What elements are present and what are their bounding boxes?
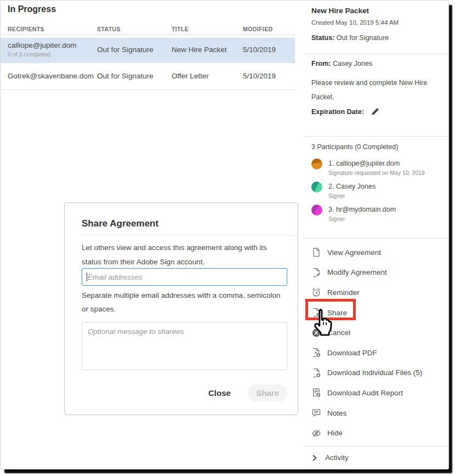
status-cell: Out for Signature [97,46,153,54]
share-agreement-dialog: Share Agreement Let others view and acce… [64,202,298,415]
cancel-circle-icon [311,328,321,338]
close-button[interactable]: Close [208,388,231,398]
participant-name: 1. calliope@jupiter.dom [328,160,400,167]
participant-avatar [311,182,322,192]
menu-item-download-pdf[interactable]: Download PDF [311,343,449,363]
pdf-download-icon [311,348,321,358]
menu-item-notes[interactable]: Notes [311,403,449,423]
participant-avatar [311,158,322,169]
divider [305,54,448,54]
status-label: Status: [311,34,334,42]
participant-avatar [311,205,322,216]
agreement-detail-panel: New Hire Packet Created May 10, 2019 5:4… [305,1,449,469]
participant-status: Signature requested on May 10, 2019 [328,169,425,176]
app-window: In Progress RECIPIENTS STATUS TITLE MODI… [0,0,449,469]
participant-name: 3. hr@mydomain.dom [328,206,396,213]
column-header-modified: MODIFIED [243,26,273,32]
dialog-title-divider [82,235,298,236]
status-line: Status: Out for Signature [311,34,389,42]
email-addresses-input[interactable] [82,268,287,286]
dialog-title: Share Agreement [82,218,158,229]
divider [305,136,448,137]
menu-item-cancel[interactable]: Cancel [311,322,449,343]
recipient-cell: calliope@jupiter.dom [8,41,77,49]
file-download-icon [311,368,321,378]
text-cursor [87,273,87,281]
table-row-selected[interactable]: calliope@jupiter.dom 0 of 3 completed Ou… [1,38,295,63]
menu-item-download-individual-files[interactable]: Download Individual Files (5) [311,363,449,383]
activity-label: Activity [325,454,349,462]
pencil-icon[interactable] [371,107,380,116]
menu-item-modify-agreement[interactable]: Modify Agreement [311,263,449,283]
table-row[interactable]: Gotrek@skavenbane.dom Out for Signature … [1,63,295,90]
dialog-description: Let others view and access this agreemen… [82,241,286,269]
from-line: From: Casey Jones [311,60,372,67]
eye-off-icon [311,428,321,438]
agreement-title: New Hire Packet [311,7,369,15]
table-header-row: RECIPIENTS STATUS TITLE MODIFIED [1,25,295,35]
column-header-recipients: RECIPIENTS [8,26,44,32]
column-header-title: TITLE [172,26,189,32]
activity-expander[interactable]: Activity [311,454,349,462]
participant-role: Signer [328,192,345,199]
completion-status: 0 of 3 completed [8,51,50,58]
email-field-wrap [82,268,287,286]
recipient-cell: Gotrek@skavenbane.dom [8,72,94,80]
participant-role: Signer [328,216,345,222]
document-edit-icon [311,268,321,277]
email-help-text: Separate multiple email addresses with a… [82,288,283,316]
page-title: In Progress [8,4,56,14]
menu-item-share[interactable]: Share [311,303,449,323]
title-cell: New Hire Packet [172,46,227,54]
chevron-right-icon [311,454,318,462]
created-timestamp: Created May 10, 2019 5:44 AM [311,19,399,26]
share-button-disabled[interactable]: Share [248,384,287,401]
document-add-icon [311,308,321,318]
from-value: Casey Jones [333,60,372,67]
modified-cell: 5/10/2019 [243,72,276,80]
status-cell: Out for Signature [97,72,153,80]
participants-heading: 3 Participants (0 Completed) [311,143,398,151]
report-download-icon [311,388,321,398]
alarm-clock-icon [311,287,321,297]
agreement-message: Please review and complete New Hire Pack… [311,76,439,104]
expiration-label: Expiration Date: [311,108,364,116]
menu-item-view-agreement[interactable]: View Agreement [311,242,449,263]
optional-message-textarea[interactable] [82,322,287,370]
menu-item-hide[interactable]: Hide [311,423,449,443]
document-icon [311,247,321,257]
menu-item-reminder[interactable]: Reminder [311,282,449,303]
menu-item-download-audit-report[interactable]: Download Audit Report [311,383,449,403]
column-header-status: STATUS [97,26,121,32]
status-value: Out for Signature [337,34,389,42]
expiration-row: Expiration Date: [311,107,380,116]
participant-name: 2. Casey Jones [328,183,376,190]
modified-cell: 5/10/2019 [243,46,276,54]
speech-bubble-icon [311,408,321,418]
from-label: From: [311,60,331,67]
divider [305,238,448,239]
title-cell: Offer Letter [172,72,209,80]
actions-menu: View Agreement Modify Agreement Reminder [311,242,449,443]
divider [305,446,448,446]
